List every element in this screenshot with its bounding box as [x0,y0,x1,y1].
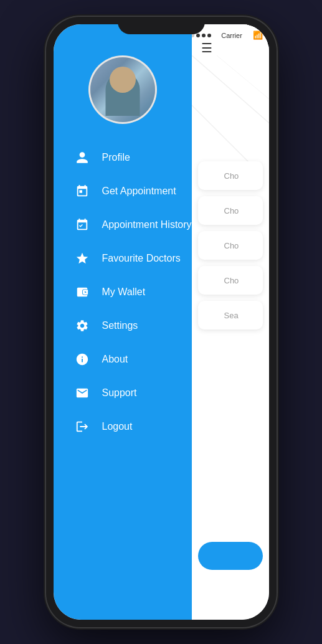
doctor-icon [206,307,219,323]
sidebar-item-profile[interactable]: Profile [66,143,179,173]
signal-dot-5 [207,34,211,37]
envelope-icon [73,384,91,402]
phone-screen: Profile Get Appointment [54,24,269,620]
calendar-check-icon [73,216,91,234]
sidebar-label-support: Support [102,387,137,399]
person-icon [73,149,91,166]
wallet-icon [73,283,91,301]
svg-line-2 [217,55,269,118]
sidebar-item-support[interactable]: Support [66,378,179,408]
sidebar-label-my-wallet: My Wallet [102,286,146,298]
search-item-1[interactable]: Cho [198,161,263,190]
carrier-text: Carrier [221,32,242,39]
gear-icon [73,317,91,334]
sidebar-label-settings: Settings [102,320,138,331]
action-button[interactable] [198,542,263,570]
sidebar-item-my-wallet[interactable]: My Wallet [66,277,179,307]
sidebar-item-logout[interactable]: Logout [66,412,179,442]
search-item-text-5: Sea [224,311,239,320]
wifi-icon: 📶 [253,31,263,40]
search-item-2[interactable]: Cho [198,196,263,225]
signal-dot-3 [196,34,200,37]
location-icon-3 [206,237,219,253]
logout-icon [73,418,91,435]
signal-dot-4 [202,34,206,37]
calendar-icon [73,182,91,200]
search-item-text-1: Cho [224,171,239,181]
screen-content: Profile Get Appointment [54,24,269,620]
sidebar-item-get-appointment[interactable]: Get Appointment [66,176,179,206]
menu-list: Profile Get Appointment [54,143,192,442]
search-item-3[interactable]: Cho [198,231,263,260]
sidebar: Profile Get Appointment [54,24,192,620]
location-icon-1 [206,168,219,184]
hospital-icon [206,272,219,288]
search-item-text-2: Cho [224,206,239,215]
sidebar-label-logout: Logout [102,421,133,432]
star-icon [73,250,91,267]
right-panel: Carrier 📶 ☰ [192,24,269,620]
sidebar-item-favourite-doctors[interactable]: Favourite Doctors [66,244,179,273]
phone-frame: Profile Get Appointment [46,17,277,627]
sidebar-label-favourite-doctors: Favourite Doctors [102,253,181,264]
svg-line-0 [192,93,254,168]
sidebar-label-about: About [102,354,128,365]
sidebar-item-settings[interactable]: Settings [66,311,179,341]
sidebar-label-get-appointment: Get Appointment [102,186,176,197]
avatar [88,55,157,124]
avatar-image [90,57,155,122]
search-item-text-4: Cho [224,276,239,285]
sidebar-item-about[interactable]: About [66,344,179,374]
location-icon-2 [206,202,219,219]
notch [118,17,205,34]
info-icon [73,351,91,368]
search-item-4[interactable]: Cho [198,266,263,295]
search-item-text-3: Cho [224,241,239,250]
svg-line-1 [192,55,269,143]
sidebar-label-profile: Profile [102,152,130,163]
decorative-lines [192,55,269,168]
sidebar-label-appointment-history: Appointment History [102,219,192,230]
search-items-list: Cho Cho [192,161,269,329]
search-item-5[interactable]: Sea [198,301,263,329]
sidebar-item-appointment-history[interactable]: Appointment History [66,210,179,240]
